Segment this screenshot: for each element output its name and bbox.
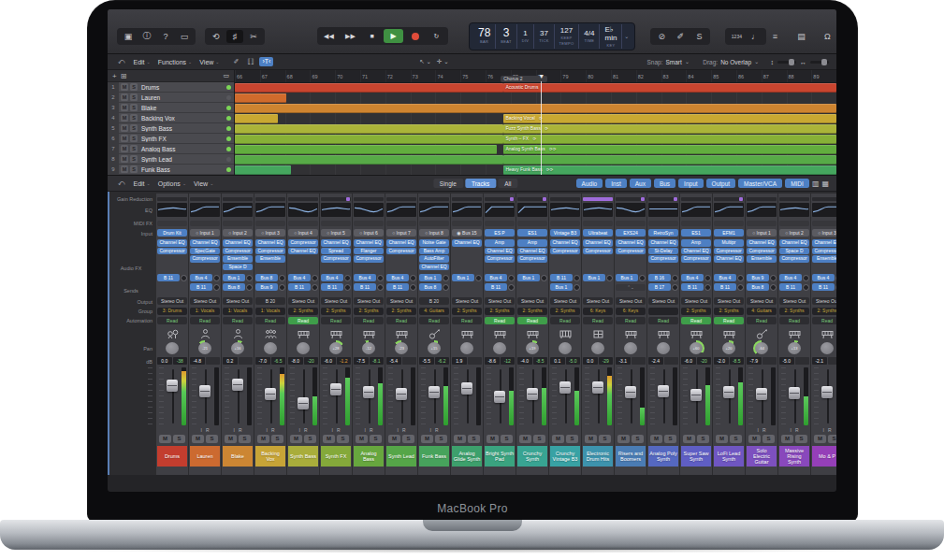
solo-button[interactable]: S xyxy=(730,435,742,443)
volume-fader[interactable] xyxy=(461,367,473,425)
mute-button[interactable]: M xyxy=(121,83,128,91)
solo-button[interactable]: S xyxy=(435,435,447,443)
track-header[interactable]: 2MSLauren xyxy=(108,93,234,102)
midi-fx-slot[interactable] xyxy=(812,219,836,227)
group-button[interactable]: 2: Synths xyxy=(485,308,515,315)
fader-cap[interactable] xyxy=(363,386,374,398)
strip-name-label[interactable]: Analog Poly Synth xyxy=(648,446,678,467)
output-slot[interactable]: Stereo Out xyxy=(452,297,482,306)
input-slot[interactable]: EFM1 xyxy=(714,229,744,237)
strip-name-label[interactable]: Mo & P xyxy=(812,446,836,467)
fader-cap[interactable] xyxy=(559,381,571,394)
pan-knob[interactable] xyxy=(164,340,181,356)
pan-knob-face[interactable]: +16 xyxy=(231,342,244,354)
send-slot[interactable]: B 11 xyxy=(812,283,836,291)
send-slot[interactable]: Bus 9 xyxy=(747,274,777,281)
send-slot[interactable]: B 17 xyxy=(648,283,678,291)
solo-button[interactable]: S xyxy=(271,435,283,443)
send-knob[interactable] xyxy=(508,284,515,291)
pan-knob-face[interactable]: -64 xyxy=(755,342,768,354)
volume-fader[interactable] xyxy=(363,367,375,425)
pan-knob[interactable]: +16 xyxy=(229,340,246,356)
eq-thumbnail[interactable] xyxy=(681,203,711,217)
audio-region[interactable] xyxy=(503,155,836,165)
audio-fx-button[interactable]: Bass Amp xyxy=(419,248,449,255)
volume-fader[interactable] xyxy=(723,367,735,425)
input-slot[interactable]: ES1 xyxy=(681,229,711,237)
send-button[interactable]: B 11 xyxy=(681,283,704,291)
pan-knob-face[interactable]: +15 xyxy=(428,342,441,354)
output-button[interactable]: Stereo Out xyxy=(714,297,744,305)
track-header[interactable]: 9MSFunk Bass xyxy=(108,165,234,174)
output-slot[interactable]: Stereo Out xyxy=(583,297,613,306)
pan-knob[interactable] xyxy=(819,340,835,356)
eq-thumbnail[interactable] xyxy=(517,203,547,217)
automation-mode-button[interactable]: Read xyxy=(485,317,515,324)
midi-fx-slot[interactable] xyxy=(157,219,187,227)
view-all-button[interactable]: All xyxy=(498,179,517,188)
audio-fx-button[interactable]: Spread xyxy=(321,248,351,255)
track-header[interactable]: 8MSSynth Lead xyxy=(108,154,234,164)
output-button[interactable]: Stereo Out xyxy=(485,297,515,305)
input-button[interactable]: ○ Input 6 xyxy=(354,229,384,237)
audio-fx-button[interactable]: Compressor xyxy=(550,248,580,255)
output-button[interactable]: Stereo Out xyxy=(779,297,809,305)
group-slot[interactable]: 2: Synths xyxy=(517,308,547,315)
input-slot[interactable]: ○ Input 2 xyxy=(779,229,809,237)
output-button[interactable]: Stereo Out xyxy=(550,297,580,305)
group-button[interactable]: 6: Keys xyxy=(616,308,646,315)
automation-mode-button[interactable]: Read xyxy=(288,317,318,324)
audio-region[interactable] xyxy=(235,155,503,165)
solo-button[interactable]: S xyxy=(304,435,316,443)
volume-fader[interactable] xyxy=(527,367,539,425)
audio-fx-button[interactable]: Channel EQ xyxy=(779,239,809,247)
midi-fx-slot[interactable] xyxy=(583,219,613,227)
output-slot[interactable]: Stereo Out xyxy=(550,297,580,306)
audio-fx-button[interactable]: Compressor xyxy=(354,255,384,263)
forward-button[interactable]: ▶▶ xyxy=(341,29,360,43)
input-button[interactable]: ○ Input 3 xyxy=(255,229,285,237)
mute-button[interactable]: M xyxy=(290,435,302,443)
input-slot[interactable]: Ultrabeat xyxy=(583,229,613,237)
automation-mode-button[interactable]: Read xyxy=(255,317,285,324)
group-button[interactable]: 2: Synths xyxy=(321,308,351,315)
strip-name-label[interactable]: Synth Bass xyxy=(288,446,318,467)
volume-fader[interactable] xyxy=(756,367,768,425)
send-button[interactable]: B 11 xyxy=(714,283,736,291)
fader-value[interactable]: -2.1 xyxy=(812,357,827,365)
strip-name-label[interactable]: Drums xyxy=(157,446,187,467)
solo-button[interactable]: S xyxy=(130,155,138,163)
solo-button[interactable]: S xyxy=(130,124,138,132)
lcd-time-signature[interactable]: 4/4 TIME xyxy=(579,24,600,49)
input-monitor-button[interactable]: I xyxy=(233,427,234,434)
send-slot[interactable]: Bus 4 xyxy=(714,274,744,281)
output-button[interactable]: Stereo Out xyxy=(157,297,187,305)
fader-value[interactable]: -2.0 xyxy=(714,357,729,365)
fader-value[interactable]: 0.0 xyxy=(583,357,598,365)
pan-knob[interactable]: +28 xyxy=(327,340,344,356)
send-knob[interactable] xyxy=(770,284,777,291)
group-button[interactable]: 6: Keys xyxy=(583,308,613,315)
group-button[interactable]: 1: Vocals xyxy=(190,308,220,315)
group-button[interactable]: 2: Synths xyxy=(452,308,482,315)
group-slot[interactable]: 2: Synths xyxy=(714,308,744,315)
send-knob[interactable] xyxy=(213,284,220,291)
filter-output-button[interactable]: Output xyxy=(706,179,736,188)
group-button[interactable]: 1: Vocals xyxy=(255,308,285,315)
mute-button[interactable]: M xyxy=(225,435,237,443)
automation-slot[interactable]: Read xyxy=(747,317,777,324)
stop-button[interactable]: ■ xyxy=(362,29,382,43)
mixer-view-icon-0[interactable]: ▥ xyxy=(812,179,820,188)
eq-thumbnail[interactable] xyxy=(812,203,836,217)
automation-slot[interactable]: Read xyxy=(550,317,580,324)
strip-name-label[interactable]: Electronic Drum Hits xyxy=(583,446,613,467)
send-knob[interactable] xyxy=(410,275,416,281)
pan-knob[interactable]: -21 xyxy=(196,340,213,356)
mute-button[interactable]: M xyxy=(519,435,531,443)
fader-cap[interactable] xyxy=(199,385,211,397)
volume-fader[interactable] xyxy=(592,367,604,425)
pan-knob-face[interactable] xyxy=(493,342,506,354)
send-button[interactable]: B 11 xyxy=(485,283,507,291)
send-knob[interactable] xyxy=(344,284,351,291)
send-button[interactable]: B 11 xyxy=(812,283,835,291)
